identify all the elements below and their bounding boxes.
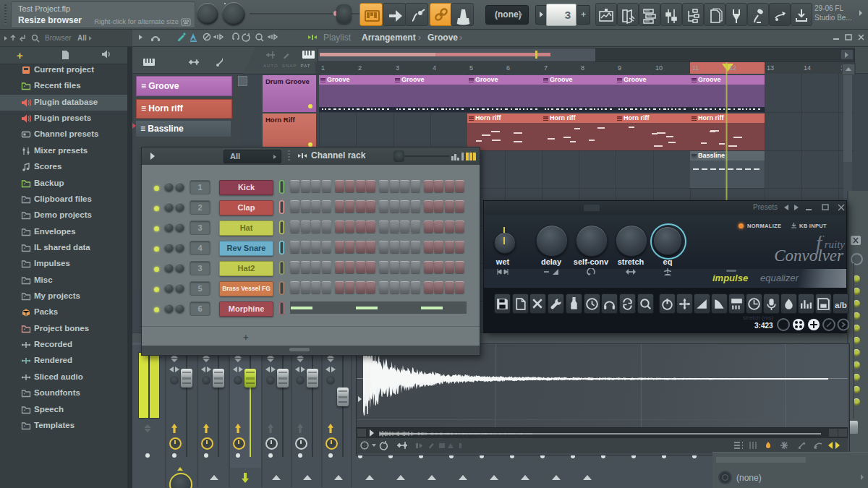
- svg-text:All: All: [77, 34, 87, 42]
- svg-text:a/b: a/b: [835, 301, 847, 309]
- svg-text:Browser: Browser: [45, 34, 72, 42]
